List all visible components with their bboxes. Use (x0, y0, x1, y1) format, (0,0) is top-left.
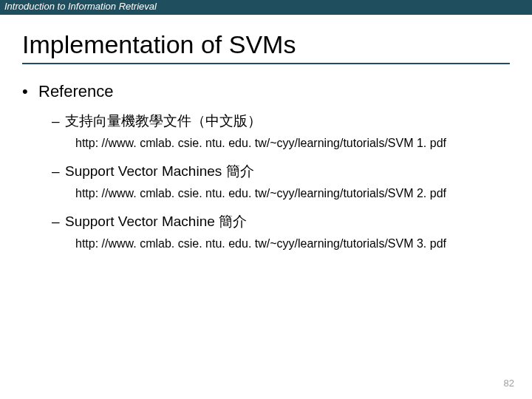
list-item: –Support Vector Machine 簡介 (52, 212, 510, 231)
header-bar: Introduction to Information Retrieval (0, 0, 532, 15)
item-label: 支持向量機教學文件（中文版） (65, 113, 262, 129)
content-area: •Reference –支持向量機教學文件（中文版） http: //www. … (0, 69, 532, 250)
reference-label: Reference (38, 82, 114, 100)
title-block: Implementation of SVMs (0, 15, 532, 69)
dash-icon: – (52, 113, 65, 129)
item-url: http: //www. cmlab. csie. ntu. edu. tw/~… (75, 237, 510, 250)
item-url: http: //www. cmlab. csie. ntu. edu. tw/~… (75, 187, 510, 200)
item-label: Support Vector Machine 簡介 (65, 214, 247, 229)
dash-icon: – (52, 163, 65, 180)
page-number: 82 (504, 378, 514, 389)
header-text: Introduction to Information Retrieval (4, 1, 157, 12)
item-url: http: //www. cmlab. csie. ntu. edu. tw/~… (75, 137, 510, 150)
bullet-dot-icon: • (22, 82, 38, 101)
list-item: –支持向量機教學文件（中文版） (52, 112, 510, 131)
reference-heading: •Reference (22, 82, 510, 101)
item-label: Support Vector Machines 簡介 (65, 163, 254, 179)
slide-title: Implementation of SVMs (22, 31, 510, 63)
title-underline (22, 63, 510, 64)
list-item: –Support Vector Machines 簡介 (52, 162, 510, 181)
dash-icon: – (52, 214, 65, 230)
